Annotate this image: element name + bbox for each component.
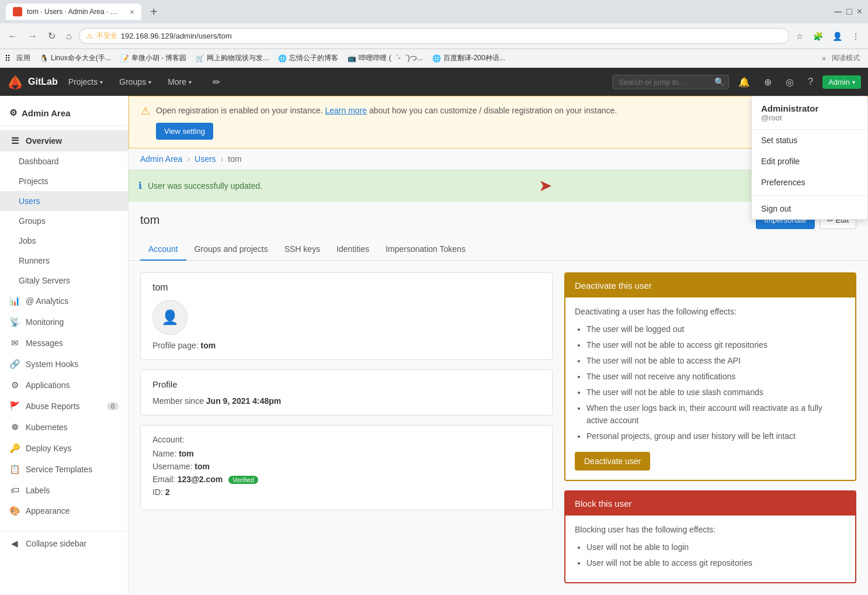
sidebar-item-projects[interactable]: Projects (0, 171, 128, 191)
block-effects-list: User will not be able to login User will… (586, 541, 846, 569)
breadcrumb-current: tom (228, 154, 241, 164)
sidebar-item-dashboard[interactable]: Dashboard (0, 151, 128, 171)
dropdown-header: Administrator @root (752, 96, 867, 130)
nav-projects[interactable]: Projects ▾ (63, 68, 109, 96)
applications-icon: ⚙ (9, 380, 20, 390)
avatar-placeholder-icon: 👤 (161, 309, 179, 326)
bookmark-blog[interactable]: 🌐 忘情公子的博客 (275, 52, 342, 64)
service-templates-label: Service Templates (26, 465, 92, 474)
dropdown-sign-out[interactable]: Sign out (752, 198, 867, 219)
bookmark-translate[interactable]: 🌐 百度翻译-200种语... (429, 52, 509, 64)
deactivate-effect-3: The user will not be able to access the … (586, 355, 846, 367)
sidebar-item-gitaly[interactable]: Gitaly Servers (0, 271, 128, 290)
collapse-icon: ◀ (9, 538, 20, 549)
sidebar-item-applications[interactable]: ⚙ Applications (0, 375, 128, 396)
nav-issues[interactable]: ◎ (781, 68, 798, 96)
bookmark-shopping[interactable]: 🛒 网上购物现状与发... (192, 52, 272, 64)
profile-title: Profile (152, 379, 540, 389)
sidebar-item-overview[interactable]: ☰ Overview (0, 130, 128, 151)
sidebar-item-service-templates[interactable]: 📋 Service Templates (0, 459, 128, 480)
search-input[interactable] (612, 75, 729, 89)
deactivate-user-button[interactable]: Deactivate user (575, 452, 650, 471)
nav-help[interactable]: ? (803, 68, 818, 96)
bookmark-cnblogs[interactable]: 📝 卑微小胡 - 博客园 (117, 52, 190, 64)
nav-notifications[interactable]: 🔔 (734, 68, 755, 96)
bookmark-bilibili[interactable]: 📺 哔哩哔哩 (゜-゜)つ... (344, 52, 426, 64)
tab-favicon (13, 7, 22, 16)
content-left: tom 👤 Profile page: tom Profile (140, 272, 553, 583)
tab-identities[interactable]: Identities (328, 238, 377, 261)
messages-label: Messages (26, 338, 63, 348)
dropdown-preferences[interactable]: Preferences (752, 172, 867, 193)
extensions-button[interactable]: 🧩 (810, 29, 827, 43)
back-button[interactable]: ← (5, 29, 21, 44)
sidebar-item-kubernetes[interactable]: ☸ Kubernetes (0, 417, 128, 438)
maximize-icon[interactable]: □ (846, 6, 852, 17)
sidebar-item-appearance[interactable]: 🎨 Appearance (0, 500, 128, 521)
reader-mode-icon[interactable]: 阅读模式 (828, 53, 863, 63)
email-value: 123@2.com (178, 475, 223, 484)
sidebar-item-jobs[interactable]: Jobs (0, 231, 128, 251)
profile-page-link[interactable]: tom (201, 341, 216, 350)
close-icon[interactable]: × (857, 6, 862, 17)
content-right: Deactivate this user Deactivating a user… (564, 272, 856, 583)
sidebar-item-labels[interactable]: 🏷 Labels (0, 480, 128, 500)
abuse-label: Abuse Reports (26, 402, 80, 411)
sidebar-item-abuse[interactable]: 🚩 Abuse Reports 0 (0, 396, 128, 417)
dropdown-set-status[interactable]: Set status (752, 130, 867, 151)
nav-admin-btn[interactable]: Admin ▾ (822, 75, 861, 89)
tab-account[interactable]: Account (140, 238, 186, 261)
sidebar-item-monitoring[interactable]: 📡 Monitoring (0, 312, 128, 333)
sidebar-item-analytics[interactable]: 📊 @ Analytics (0, 290, 128, 312)
browser-tab[interactable]: tom · Users · Admin Area · Git... × (6, 4, 141, 20)
refresh-button[interactable]: ↻ (44, 28, 59, 44)
sidebar-item-users[interactable]: Users (0, 191, 128, 211)
block-card: Block this user Blocking user has the fo… (564, 490, 856, 583)
edit-icon-btn[interactable]: ✏ (208, 68, 225, 96)
sidebar-item-messages[interactable]: ✉ Messages (0, 333, 128, 354)
overview-icon: ☰ (9, 136, 20, 146)
sidebar-collapse[interactable]: ◀ Collapse sidebar (0, 531, 128, 554)
new-tab-button[interactable]: + (146, 5, 162, 19)
view-setting-button[interactable]: View setting (156, 123, 213, 140)
bookmark-star-button[interactable]: ☆ (793, 29, 807, 43)
gitlab-logo[interactable]: GitLab (7, 74, 58, 90)
address-bar[interactable]: ⚠ 不安全 192.168.96.129/admin/users/tom (79, 28, 789, 44)
nav-more[interactable]: More ▾ (162, 68, 197, 96)
search-icon: 🔍 (714, 77, 724, 87)
sidebar-title: Admin Area (22, 108, 71, 118)
dropdown-handle: @root (761, 113, 858, 122)
gitlab-navbar: GitLab Projects ▾ Groups ▾ More ▾ ✏ 🔍 🔔 … (0, 68, 868, 96)
minimize-icon[interactable]: ─ (834, 6, 842, 18)
tab-close-icon[interactable]: × (130, 8, 134, 16)
breadcrumb-admin-area[interactable]: Admin Area (140, 154, 182, 164)
tab-impersonation-tokens[interactable]: Impersonation Tokens (377, 238, 474, 261)
deactivate-effect-7: Personal projects, group and user histor… (586, 430, 846, 442)
id-label: ID: (152, 487, 163, 497)
tab-groups-projects[interactable]: Groups and projects (186, 238, 276, 261)
forward-button[interactable]: → (25, 29, 41, 44)
deactivate-effect-1: The user will be logged out (586, 323, 846, 335)
sidebar-item-hooks[interactable]: 🔗 System Hooks (0, 354, 128, 375)
nav-groups[interactable]: Groups ▾ (113, 68, 157, 96)
labels-icon: 🏷 (9, 485, 20, 495)
menu-button[interactable]: ⋮ (848, 29, 863, 43)
learn-more-link[interactable]: Learn more (325, 106, 367, 115)
sidebar-item-deploy-keys[interactable]: 🔑 Deploy Keys (0, 438, 128, 459)
tab-ssh-keys[interactable]: SSH keys (276, 238, 328, 261)
alert-link-suffix: about how you can customize / disable re… (369, 106, 617, 115)
gitlab-logo-icon (7, 74, 23, 90)
sidebar-item-groups[interactable]: Groups (0, 211, 128, 231)
nav-merge-requests[interactable]: ⊕ (759, 68, 776, 96)
bookmarks-more[interactable]: » (822, 54, 826, 63)
sidebar-item-runners[interactable]: Runners (0, 251, 128, 271)
gitlab-wordmark: GitLab (28, 77, 58, 87)
home-button[interactable]: ⌂ (63, 29, 75, 44)
dropdown-edit-profile[interactable]: Edit profile (752, 151, 867, 172)
bookmark-linux[interactable]: 🐧 Linux命令大全(手... (36, 52, 114, 64)
notification-icon: ℹ (138, 180, 142, 191)
bookmark-apps[interactable]: 应用 (13, 52, 34, 64)
name-value: tom (179, 449, 194, 458)
breadcrumb-users[interactable]: Users (195, 154, 216, 164)
account-button[interactable]: 👤 (829, 29, 846, 43)
